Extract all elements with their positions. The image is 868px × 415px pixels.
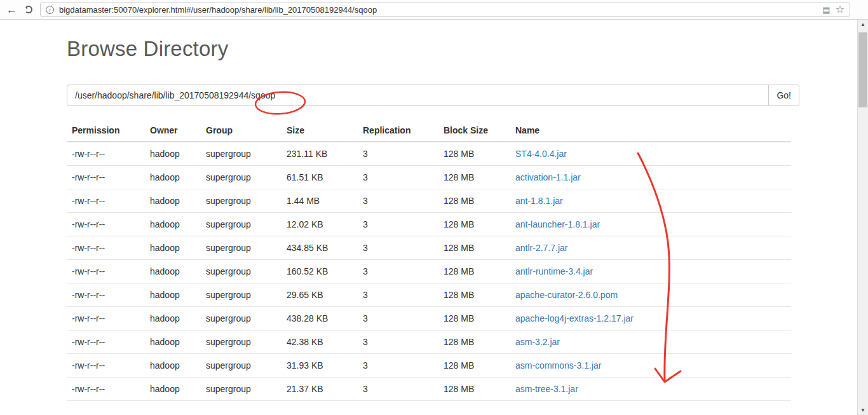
table-row: -rw-r--r-- hadoop supergroup 1.44 MB 3 1… (67, 189, 791, 213)
col-header-block-size: Block Size (438, 119, 510, 142)
cell-permission: -rw-r--r-- (67, 142, 145, 166)
table-row: -rw-r--r-- hadoop supergroup 160.52 KB 3… (67, 260, 791, 283)
table-header-row: Permission Owner Group Size Replication … (67, 119, 791, 142)
cell-permission: -rw-r--r-- (67, 307, 145, 330)
cell-block-size: 128 MB (438, 378, 510, 401)
info-icon[interactable]: i (46, 6, 54, 14)
cell-block-size: 128 MB (438, 213, 510, 236)
table-row: -rw-r--r-- hadoop supergroup 434.85 KB 3… (67, 236, 791, 260)
col-header-permission: Permission (67, 119, 145, 142)
scroll-down-icon[interactable]: ▼ (858, 405, 868, 415)
cell-group: supergroup (201, 213, 281, 236)
file-link[interactable]: antlr-runtime-3.4.jar (515, 266, 593, 276)
cell-name: asm-tree-3.1.jar (510, 378, 791, 401)
cell-name: antlr-runtime-3.4.jar (510, 260, 791, 283)
cell-block-size: 128 MB (438, 283, 510, 307)
cell-owner: hadoop (145, 142, 201, 166)
cell-permission: -rw-r--r-- (67, 260, 145, 283)
file-link[interactable]: apache-log4j-extras-1.2.17.jar (515, 313, 634, 323)
file-link[interactable]: ant-1.8.1.jar (515, 196, 563, 206)
file-link[interactable]: asm-tree-3.1.jar (515, 384, 578, 394)
cell-size: 29.65 KB (281, 283, 358, 307)
cell-owner: hadoop (145, 307, 201, 330)
table-row: -rw-r--r-- hadoop supergroup 231.11 KB 3… (67, 142, 791, 166)
cell-replication: 3 (358, 307, 438, 330)
cell-replication: 3 (358, 283, 438, 307)
table-row: -rw-r--r-- hadoop supergroup 42.38 KB 3 … (67, 330, 791, 354)
translate-icon[interactable]: ▤ (822, 6, 830, 14)
col-header-replication: Replication (358, 119, 438, 142)
table-row: -rw-r--r-- hadoop supergroup 31.93 KB 3 … (67, 354, 791, 378)
file-link[interactable]: antlr-2.7.7.jar (515, 243, 567, 253)
path-input[interactable] (67, 85, 769, 106)
cell-replication: 3 (358, 142, 438, 166)
file-link[interactable]: ST4-4.0.4.jar (515, 149, 567, 159)
cell-owner: hadoop (145, 236, 201, 260)
address-bar[interactable]: i bigdatamaster:50070/explorer.html#/use… (40, 3, 850, 17)
refresh-icon[interactable] (25, 6, 32, 13)
cell-size: 31.93 KB (281, 354, 358, 378)
cell-permission: -rw-r--r-- (67, 189, 145, 213)
cell-owner: hadoop (145, 354, 201, 378)
cell-name: antlr-2.7.7.jar (510, 236, 791, 260)
cell-name: asm-3.2.jar (510, 330, 791, 354)
cell-name: apache-curator-2.6.0.pom (510, 283, 791, 307)
cell-permission: -rw-r--r-- (67, 354, 145, 378)
cell-name: activation-1.1.jar (510, 166, 791, 189)
table-row: -rw-r--r-- hadoop supergroup 29.65 KB 3 … (67, 283, 791, 307)
cell-size: 160.52 KB (281, 260, 358, 283)
cell-permission: -rw-r--r-- (67, 213, 145, 236)
cell-replication: 3 (358, 260, 438, 283)
cell-group: supergroup (201, 166, 281, 189)
cell-permission: -rw-r--r-- (67, 378, 145, 401)
url-text: bigdatamaster:50070/explorer.html#/user/… (59, 5, 817, 15)
file-link[interactable]: apache-curator-2.6.0.pom (515, 290, 618, 300)
go-button[interactable]: Go! (769, 85, 799, 106)
cell-owner: hadoop (145, 213, 201, 236)
cell-permission: -rw-r--r-- (67, 283, 145, 307)
cell-size: 61.51 KB (281, 166, 358, 189)
cell-owner: hadoop (145, 260, 201, 283)
file-table: Permission Owner Group Size Replication … (67, 119, 791, 401)
cell-group: supergroup (201, 307, 281, 330)
cell-size: 42.38 KB (281, 330, 358, 354)
col-header-size: Size (281, 119, 358, 142)
cell-replication: 3 (358, 236, 438, 260)
file-link[interactable]: ant-launcher-1.8.1.jar (515, 219, 600, 229)
cell-group: supergroup (201, 260, 281, 283)
file-link[interactable]: asm-commons-3.1.jar (515, 360, 601, 371)
path-input-group: Go! (67, 85, 799, 106)
bookmark-star-icon[interactable]: ☆ (836, 4, 844, 15)
cell-block-size: 128 MB (438, 330, 510, 354)
cell-group: supergroup (201, 378, 281, 401)
cell-permission: -rw-r--r-- (67, 236, 145, 260)
back-icon[interactable]: ← (6, 4, 17, 15)
cell-block-size: 128 MB (438, 189, 510, 213)
cell-size: 1.44 MB (281, 189, 358, 213)
scroll-up-icon[interactable]: ▲ (858, 20, 868, 29)
cell-permission: -rw-r--r-- (67, 166, 145, 189)
cell-name: ant-launcher-1.8.1.jar (510, 213, 791, 236)
cell-group: supergroup (201, 283, 281, 307)
file-link[interactable]: asm-3.2.jar (515, 337, 560, 347)
cell-size: 12.02 KB (281, 213, 358, 236)
browse-directory-page: Browse Directory Go! Permission Owner Gr… (67, 37, 801, 401)
vertical-scrollbar[interactable]: ▲ ▼ (857, 20, 868, 415)
cell-block-size: 128 MB (438, 166, 510, 189)
cell-size: 438.28 KB (281, 307, 358, 330)
cell-block-size: 128 MB (438, 354, 510, 378)
cell-replication: 3 (358, 213, 438, 236)
file-table-body: -rw-r--r-- hadoop supergroup 231.11 KB 3… (67, 142, 791, 401)
cell-block-size: 128 MB (438, 236, 510, 260)
table-row: -rw-r--r-- hadoop supergroup 438.28 KB 3… (67, 307, 791, 330)
cell-name: asm-commons-3.1.jar (510, 354, 791, 378)
scrollbar-thumb[interactable] (858, 32, 867, 107)
cell-owner: hadoop (145, 330, 201, 354)
cell-replication: 3 (358, 166, 438, 189)
cell-size: 434.85 KB (281, 236, 358, 260)
file-link[interactable]: activation-1.1.jar (515, 172, 581, 182)
table-row: -rw-r--r-- hadoop supergroup 21.37 KB 3 … (67, 378, 791, 401)
cell-group: supergroup (201, 236, 281, 260)
cell-group: supergroup (201, 354, 281, 378)
cell-replication: 3 (358, 189, 438, 213)
